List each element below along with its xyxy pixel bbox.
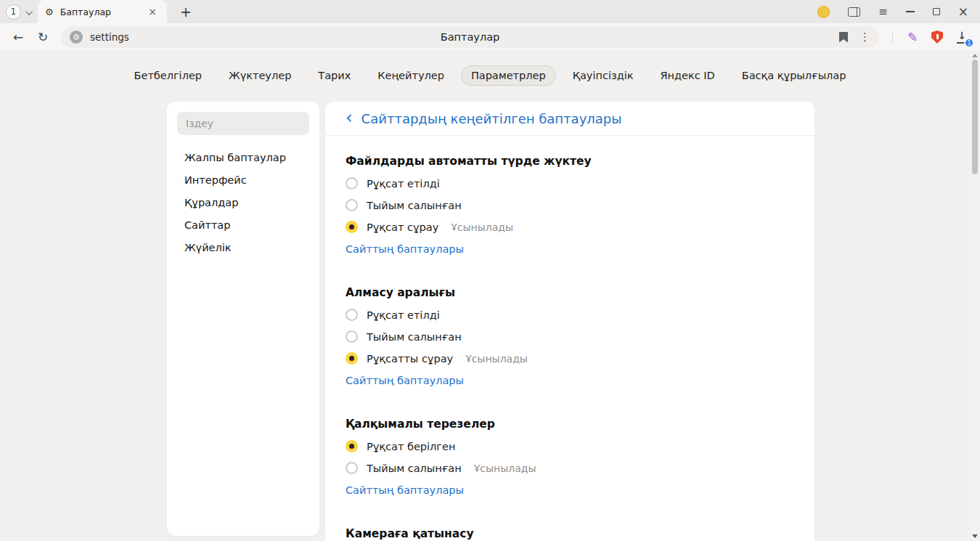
- radio-button[interactable]: [346, 309, 358, 321]
- tab-extensions[interactable]: Кеңейтулер: [367, 65, 454, 86]
- recommended-badge: Ұсынылады: [474, 463, 536, 474]
- tab-title: Баптаулар: [60, 7, 146, 17]
- radio-option[interactable]: Рұқсатты сұрау Ұсынылады: [346, 352, 794, 365]
- back-icon[interactable]: ←: [7, 26, 29, 48]
- section-heading: Камераға қатынасу: [346, 527, 794, 540]
- section-auto-download: Файлдарды автоматты түрде жүктеу Рұқсат …: [346, 155, 794, 256]
- sidebar-item-tools[interactable]: Құралдар: [177, 192, 309, 213]
- radio-option[interactable]: Рұқсат етілді: [346, 309, 794, 321]
- settings-sidebar: Жалпы баптаулар Интерфейс Құралдар Сайтт…: [167, 102, 319, 536]
- radio-label: Рұқсат етілді: [367, 178, 440, 190]
- window-maximize-button[interactable]: [933, 8, 940, 15]
- sidebar-item-general[interactable]: Жалпы баптаулар: [177, 147, 309, 168]
- site-settings-link[interactable]: Сайттың баптаулары: [346, 484, 464, 496]
- radio-label: Тыйым салынған: [367, 200, 462, 211]
- radio-button[interactable]: [346, 199, 358, 211]
- tab-yandex-id[interactable]: Яндекс ID: [650, 65, 724, 86]
- section-heading: Файлдарды автоматты түрде жүктеу: [346, 155, 794, 168]
- recommended-badge: Ұсынылады: [465, 353, 528, 365]
- tab-bookmarks[interactable]: Бетбелгілер: [124, 65, 213, 86]
- radio-button-checked[interactable]: [346, 440, 358, 452]
- address-bar: ← ↻ ⚙ settings Баптаулар ⋮ ✎ ↓ 1: [0, 23, 980, 51]
- search-input[interactable]: [177, 112, 309, 135]
- radio-label: Тыйым салынған: [367, 463, 462, 474]
- new-tab-button[interactable]: +: [176, 4, 196, 20]
- radio-option[interactable]: Тыйым салынған: [346, 199, 794, 211]
- panel-title: Сайттардың кеңейтілген баптаулары: [362, 111, 622, 126]
- radio-label: Тыйым салынған: [367, 331, 462, 343]
- radio-button[interactable]: [346, 330, 358, 343]
- tab-count-button[interactable]: 1: [6, 4, 21, 20]
- site-settings-link[interactable]: Сайттың баптаулары: [346, 243, 464, 255]
- section-camera: Камераға қатынасу cv9734_azurewave_camer…: [346, 527, 794, 541]
- radio-option[interactable]: Рұқсат сұрау Ұсынылады: [346, 221, 794, 233]
- radio-button-checked[interactable]: [346, 352, 358, 365]
- tab-other-devices[interactable]: Басқа құрылғылар: [732, 65, 857, 86]
- radio-option[interactable]: Тыйым салынған Ұсынылады: [346, 462, 794, 474]
- section-popups: Қалқымалы терезелер Рұқсат берілген Тыйы…: [346, 418, 794, 497]
- section-heading: Қалқымалы терезелер: [346, 418, 794, 431]
- recommended-badge: Ұсынылады: [451, 221, 513, 233]
- radio-label: Рұқсат сұрау: [367, 221, 438, 233]
- bookmark-flag-icon[interactable]: [839, 32, 848, 43]
- pen-markup-icon[interactable]: ✎: [902, 26, 923, 48]
- scrollbar-down-arrow-icon[interactable]: [972, 534, 978, 538]
- scrollbar-up-arrow-icon[interactable]: [972, 54, 978, 57]
- tab-security[interactable]: Қауіпсіздік: [563, 65, 644, 86]
- browser-menu-icon[interactable]: ≡: [878, 7, 888, 17]
- section-heading: Алмасу аралығы: [346, 286, 794, 299]
- settings-page: Бетбелгілер Жүктеулер Тарих Кеңейтулер П…: [0, 51, 980, 541]
- radio-option[interactable]: Рұқсат берілген: [346, 440, 794, 452]
- smiley-icon[interactable]: [817, 6, 830, 18]
- tab-settings[interactable]: Параметрлер: [461, 65, 556, 86]
- radio-label: Рұқсатты сұрау: [367, 353, 453, 365]
- radio-label: Рұқсат етілді: [367, 309, 440, 321]
- url-field[interactable]: ⚙ settings Баптаулар ⋮: [61, 26, 879, 48]
- radio-option[interactable]: Тыйым салынған: [346, 330, 794, 343]
- active-tab[interactable]: ⚙ Баптаулар ×: [38, 0, 167, 23]
- tab-history[interactable]: Тарих: [308, 65, 361, 86]
- side-panel-icon[interactable]: [848, 7, 860, 17]
- scrollbar-thumb[interactable]: [972, 60, 978, 174]
- site-settings-link[interactable]: Сайттың баптаулары: [346, 375, 464, 386]
- shield-extension-icon[interactable]: [926, 26, 948, 48]
- tab-close-icon[interactable]: ×: [145, 5, 160, 18]
- page-scrollbar[interactable]: [970, 51, 980, 541]
- tab-strip: 1 ⚙ Баптаулар × + ≡ ×: [0, 0, 980, 23]
- site-settings-panel: ‹ Сайттардың кеңейтілген баптаулары Файл…: [325, 102, 814, 541]
- downloads-icon[interactable]: ↓ 1: [951, 26, 973, 48]
- page-title: Баптаулар: [61, 31, 879, 43]
- radio-label: Рұқсат берілген: [367, 441, 455, 452]
- download-count-badge: 1: [964, 38, 974, 48]
- toolbar-divider: [892, 30, 893, 44]
- sidebar-item-sites[interactable]: Сайттар: [177, 214, 309, 236]
- tab-downloads[interactable]: Жүктеулер: [219, 65, 301, 86]
- sidebar-item-system[interactable]: Жүйелік: [177, 237, 309, 259]
- sidebar-item-interface[interactable]: Интерфейс: [177, 169, 309, 191]
- window-close-button[interactable]: ×: [958, 6, 968, 18]
- radio-button-checked[interactable]: [346, 221, 358, 233]
- url-text: settings: [90, 31, 129, 43]
- settings-nav-tabs: Бетбелгілер Жүктеулер Тарих Кеңейтулер П…: [0, 51, 980, 86]
- radio-button[interactable]: [346, 462, 358, 474]
- reload-icon[interactable]: ↻: [32, 26, 54, 48]
- window-minimize-button[interactable]: [906, 11, 915, 12]
- tab-list-chevron-icon[interactable]: [25, 8, 33, 15]
- more-options-icon[interactable]: ⋮: [859, 30, 870, 44]
- panel-header[interactable]: ‹ Сайттардың кеңейтілген баптаулары: [325, 102, 814, 136]
- section-clipboard: Алмасу аралығы Рұқсат етілді Тыйым салын…: [346, 286, 794, 387]
- radio-option[interactable]: Рұқсат етілді: [346, 177, 794, 190]
- back-chevron-icon[interactable]: ‹: [346, 109, 353, 126]
- settings-gear-icon: ⚙: [45, 7, 54, 17]
- radio-button[interactable]: [346, 177, 358, 190]
